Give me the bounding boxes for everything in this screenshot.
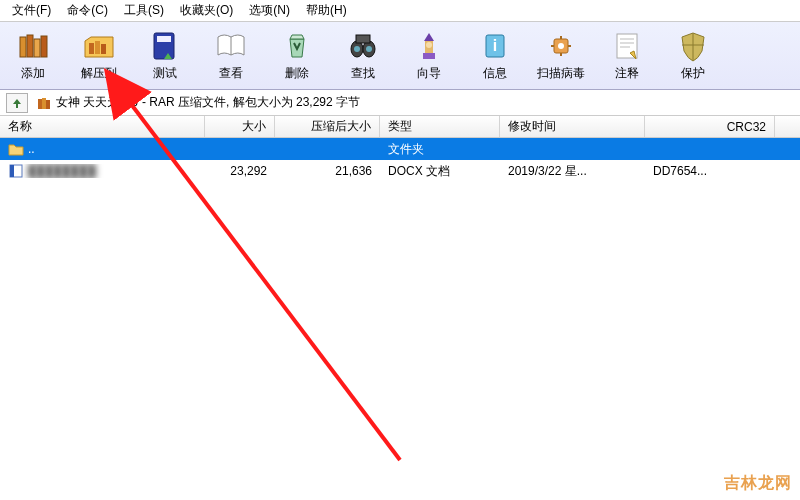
wizard-label: 向导 [417,65,441,82]
menu-help[interactable]: 帮助(H) [298,0,355,21]
svg-point-21 [558,43,564,49]
menu-bar: 文件(F) 命令(C) 工具(S) 收藏夹(O) 选项(N) 帮助(H) [0,0,800,22]
delete-label: 删除 [285,65,309,82]
test-label: 测试 [153,65,177,82]
file-crc: DD7654... [645,164,775,178]
file-packed: 21,636 [275,164,380,178]
menu-options[interactable]: 选项(N) [241,0,298,21]
svg-rect-26 [38,99,42,109]
folder-books-icon [82,29,116,63]
archive-icon [36,95,52,111]
svg-rect-2 [34,39,40,57]
open-book-icon [214,29,248,63]
column-header: 名称 大小 压缩后大小 类型 修改时间 CRC32 [0,116,800,138]
virusscan-label: 扫描病毒 [537,65,585,82]
file-modified: 2019/3/22 星... [500,163,645,180]
virusscan-button[interactable]: 扫描病毒 [528,24,594,88]
info-icon: i [478,29,512,63]
add-button[interactable]: 添加 [0,24,66,88]
svg-rect-0 [20,37,26,57]
archive-desc: - RAR 压缩文件, 解包大小为 23,292 字节 [142,94,360,111]
svg-point-13 [354,46,360,52]
col-type[interactable]: 类型 [380,116,500,137]
svg-rect-4 [89,43,94,54]
books-icon [16,29,50,63]
col-size[interactable]: 大小 [205,116,275,137]
svg-rect-30 [10,165,14,177]
up-button[interactable] [6,93,28,113]
binoculars-icon [346,29,380,63]
extract-to-label: 解压到 [81,65,117,82]
menu-tools[interactable]: 工具(S) [116,0,172,21]
file-list: .. 文件夹 ████████ 23,292 21,636 DOCX 文档 20… [0,138,800,500]
extract-to-button[interactable]: 解压到 [66,24,132,88]
up-arrow-icon [10,96,24,110]
info-label: 信息 [483,65,507,82]
svg-rect-1 [27,35,33,57]
svg-rect-28 [46,100,50,109]
delete-button[interactable]: 删除 [264,24,330,88]
svg-rect-12 [356,35,370,43]
view-label: 查看 [219,65,243,82]
file-size: 23,292 [205,164,275,178]
col-modified[interactable]: 修改时间 [500,116,645,137]
info-button[interactable]: i 信息 [462,24,528,88]
wizard-icon [412,29,446,63]
docx-icon [8,164,24,178]
view-button[interactable]: 查看 [198,24,264,88]
toolbar: 添加 解压到 测试 查看 删除 查找 向导 i 信息 [0,22,800,90]
svg-rect-27 [42,98,46,109]
add-label: 添加 [21,65,45,82]
recycle-icon [280,29,314,63]
virusscan-icon [544,29,578,63]
comment-icon [610,29,644,63]
svg-point-16 [426,42,432,48]
find-button[interactable]: 查找 [330,24,396,88]
svg-rect-6 [101,44,106,54]
protect-button[interactable]: 保护 [660,24,726,88]
svg-rect-5 [95,41,100,54]
svg-point-14 [366,46,372,52]
parent-dir-row[interactable]: .. 文件夹 [0,138,800,160]
file-type: DOCX 文档 [380,163,500,180]
wizard-button[interactable]: 向导 [396,24,462,88]
svg-rect-8 [157,36,171,42]
protect-label: 保护 [681,65,705,82]
parent-dir-name: .. [28,142,35,156]
svg-text:i: i [493,37,497,54]
menu-command[interactable]: 命令(C) [59,0,116,21]
parent-dir-type: 文件夹 [380,141,500,158]
col-crc[interactable]: CRC32 [645,116,775,137]
comment-button[interactable]: 注释 [594,24,660,88]
file-row[interactable]: ████████ 23,292 21,636 DOCX 文档 2019/3/22… [0,160,800,182]
menu-favorites[interactable]: 收藏夹(O) [172,0,241,21]
shield-icon [676,29,710,63]
svg-rect-17 [423,53,435,59]
col-packed[interactable]: 压缩后大小 [275,116,380,137]
menu-file[interactable]: 文件(F) [4,0,59,21]
file-name: ████████ [28,164,96,178]
nav-row: 女神 天天天.zip - RAR 压缩文件, 解包大小为 23,292 字节 [0,90,800,116]
col-name[interactable]: 名称 [0,116,205,137]
comment-label: 注释 [615,65,639,82]
svg-rect-3 [41,36,47,57]
find-label: 查找 [351,65,375,82]
folder-icon [8,142,24,156]
archive-path[interactable]: 女神 天天天.zip - RAR 压缩文件, 解包大小为 23,292 字节 [36,94,360,111]
archive-name: 女神 天天天.zip [56,94,138,111]
test-button[interactable]: 测试 [132,24,198,88]
watermark: 吉林龙网 [724,473,792,494]
notebook-arrow-icon [148,29,182,63]
